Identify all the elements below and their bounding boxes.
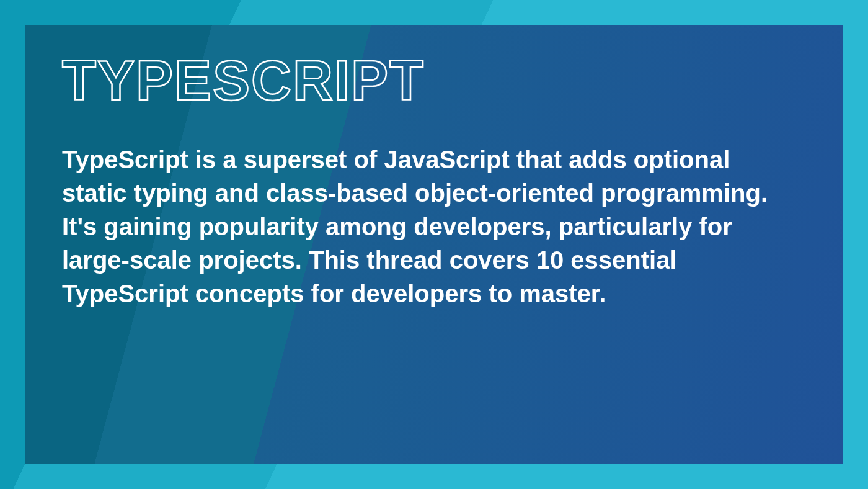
slide-content: TYPESCRIPT TypeScript is a superset of J… [62,53,806,310]
slide-body-text: TypeScript is a superset of JavaScript t… [62,143,775,310]
slide-inner-panel: TYPESCRIPT TypeScript is a superset of J… [25,25,843,464]
slide-title: TYPESCRIPT [62,53,806,109]
slide-outer-frame: TYPESCRIPT TypeScript is a superset of J… [0,0,868,489]
